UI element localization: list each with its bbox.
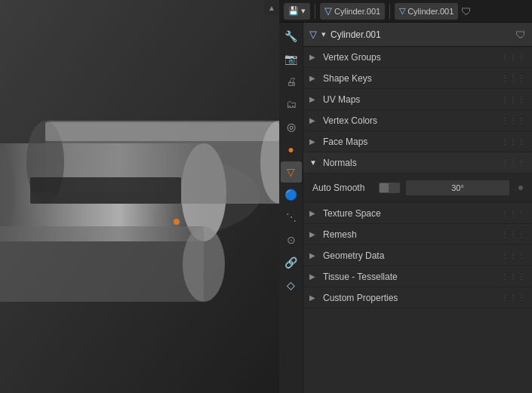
- angle-input[interactable]: 30°: [406, 180, 509, 195]
- object-type-icon: ▽: [309, 29, 317, 40]
- properties-content[interactable]: ▽ ▾ Cylinder.001 🛡 ▶ Vertex Groups ⋮⋮⋮ ▶…: [303, 23, 532, 393]
- sidebar-icon-data[interactable]: ◇: [281, 275, 302, 296]
- toggle-knob: [380, 183, 389, 192]
- prop-row-uv-maps[interactable]: ▶ UV Maps ⋮⋮⋮: [303, 89, 532, 110]
- prop-arrow-uv-maps: ▶: [309, 95, 320, 103]
- prop-dots-shape-keys: ⋮⋮⋮: [501, 74, 526, 82]
- sidebar-icon-constraints[interactable]: 🔗: [281, 252, 302, 273]
- object-name: Cylinder.001: [407, 7, 454, 16]
- prop-dots-face-maps: ⋮⋮⋮: [501, 137, 526, 146]
- prop-arrow-vertex-colors: ▶: [309, 116, 320, 124]
- sidebar-icon-render[interactable]: 📷: [281, 48, 302, 69]
- shield-icon: 🛡: [461, 5, 472, 17]
- prop-label-shape-keys: Shape Keys: [323, 73, 501, 84]
- save-icon: 💾: [288, 6, 299, 16]
- prop-arrow-tissue-tessellate: ▶: [309, 272, 320, 281]
- corner-marker: ▲: [264, 0, 279, 15]
- prop-label-remesh: Remesh: [323, 229, 501, 240]
- prop-arrow-texture-space: ▶: [309, 209, 320, 217]
- object-header: ▽ ▾ Cylinder.001 🛡: [303, 23, 532, 47]
- prop-dots-vertex-groups: ⋮⋮⋮: [501, 53, 526, 61]
- prop-dots-tissue-tessellate: ⋮⋮⋮: [501, 272, 526, 281]
- mesh-icon: ▽: [324, 5, 332, 17]
- prop-arrow-custom-properties: ▶: [309, 293, 320, 302]
- svg-point-12: [183, 226, 225, 302]
- svg-rect-9: [30, 192, 181, 204]
- normals-content: Auto Smooth 30°: [303, 173, 532, 203]
- sidebar-icon-viewlayer[interactable]: 🗂: [281, 94, 302, 115]
- angle-dot: [518, 186, 523, 190]
- prop-dots-geometry-data: ⋮⋮⋮: [501, 251, 526, 259]
- prop-dots-remesh: ⋮⋮⋮: [501, 230, 526, 238]
- viewport[interactable]: ▲: [0, 0, 279, 393]
- auto-smooth-label: Auto Smooth: [312, 183, 373, 193]
- panel-layout: 🔧 📷 🖨 🗂 ◎ ● ▽ 🔵 ⋱ ⊙ 🔗 ◇ ▽ ▾ Cylinder.001…: [279, 23, 532, 393]
- prop-dots-vertex-colors: ⋮⋮⋮: [501, 116, 526, 124]
- dropdown-arrow: ▾: [301, 6, 306, 16]
- svg-rect-10: [45, 122, 279, 141]
- prop-label-custom-properties: Custom Properties: [323, 293, 501, 303]
- property-list: ▶ Vertex Groups ⋮⋮⋮ ▶ Shape Keys ⋮⋮⋮ ▶ U…: [303, 47, 532, 309]
- prop-arrow-geometry-data: ▶: [309, 251, 320, 259]
- prop-row-remesh[interactable]: ▶ Remesh ⋮⋮⋮: [303, 224, 532, 245]
- object-icon: ▽: [399, 6, 405, 16]
- prop-dots-uv-maps: ⋮⋮⋮: [501, 95, 526, 103]
- prop-row-normals[interactable]: ▼ Normals ⋮⋮⋮: [303, 152, 532, 173]
- sidebar-icon-scene[interactable]: ◎: [281, 116, 302, 137]
- sidebar-icon-object[interactable]: ▽: [281, 161, 302, 183]
- prop-dots-texture-space: ⋮⋮⋮: [501, 209, 526, 217]
- prop-arrow-normals: ▼: [309, 158, 320, 167]
- prop-row-face-maps[interactable]: ▶ Face Maps ⋮⋮⋮: [303, 131, 532, 152]
- viewport-scene: [0, 0, 279, 393]
- prop-dots-custom-properties: ⋮⋮⋮: [501, 293, 526, 302]
- prop-row-geometry-data[interactable]: ▶ Geometry Data ⋮⋮⋮: [303, 245, 532, 266]
- sidebar-icons: 🔧 📷 🖨 🗂 ◎ ● ▽ 🔵 ⋱ ⊙ 🔗 ◇: [279, 23, 303, 393]
- header-separator: [315, 4, 315, 19]
- prop-label-tissue-tessellate: Tissue - Tessellate: [323, 272, 501, 282]
- object-selector-button[interactable]: ▽ Cylinder.001: [395, 3, 458, 20]
- prop-row-shape-keys[interactable]: ▶ Shape Keys ⋮⋮⋮: [303, 68, 532, 89]
- object-shield-icon: 🛡: [515, 29, 526, 41]
- prop-arrow-face-maps: ▶: [309, 137, 320, 146]
- prop-label-face-maps: Face Maps: [323, 137, 501, 147]
- object-dropdown-arrow: ▾: [321, 29, 326, 39]
- sidebar-icon-physics[interactable]: ⊙: [281, 229, 302, 250]
- prop-label-vertex-groups: Vertex Groups: [323, 52, 501, 63]
- prop-row-texture-space[interactable]: ▶ Texture Space ⋮⋮⋮: [303, 203, 532, 224]
- prop-label-vertex-colors: Vertex Colors: [323, 115, 501, 126]
- prop-arrow-remesh: ▶: [309, 230, 320, 238]
- prop-row-vertex-colors[interactable]: ▶ Vertex Colors ⋮⋮⋮: [303, 110, 532, 131]
- sidebar-icon-tools[interactable]: 🔧: [281, 26, 302, 47]
- sidebar-icon-modifier[interactable]: 🔵: [281, 184, 302, 205]
- prop-dots-normals: ⋮⋮⋮: [501, 158, 526, 167]
- prop-arrow-shape-keys: ▶: [309, 74, 320, 82]
- viewport-background: [0, 0, 279, 393]
- prop-label-geometry-data: Geometry Data: [323, 250, 501, 261]
- right-panel: 💾 ▾ ▽ Cylinder.001 ▽ Cylinder.001 🛡 🔧 📷 …: [279, 0, 532, 393]
- header-separator-2: [389, 4, 390, 19]
- mesh-name: Cylinder.001: [334, 7, 380, 16]
- auto-smooth-row: Auto Smooth 30°: [309, 178, 526, 198]
- object-header-name: Cylinder.001: [331, 29, 511, 40]
- prop-arrow-vertex-groups: ▶: [309, 53, 320, 61]
- prop-label-uv-maps: UV Maps: [323, 94, 501, 105]
- prop-row-tissue-tessellate[interactable]: ▶ Tissue - Tessellate ⋮⋮⋮: [303, 266, 532, 287]
- svg-rect-11: [0, 226, 204, 302]
- sidebar-icon-particles[interactable]: ⋱: [281, 207, 302, 228]
- selection-point: [174, 219, 180, 225]
- sidebar-icon-world[interactable]: ●: [281, 139, 302, 160]
- prop-label-normals: Normals: [323, 158, 501, 168]
- prop-row-custom-properties[interactable]: ▶ Custom Properties ⋮⋮⋮: [303, 287, 532, 309]
- prop-row-vertex-groups[interactable]: ▶ Vertex Groups ⋮⋮⋮: [303, 47, 532, 68]
- auto-smooth-toggle[interactable]: [379, 183, 400, 193]
- top-header: 💾 ▾ ▽ Cylinder.001 ▽ Cylinder.001 🛡: [279, 0, 532, 23]
- prop-label-texture-space: Texture Space: [323, 208, 501, 219]
- mesh-selector-button[interactable]: ▽ Cylinder.001: [320, 3, 385, 20]
- save-button[interactable]: 💾 ▾: [284, 3, 310, 20]
- sidebar-icon-output[interactable]: 🖨: [281, 71, 302, 92]
